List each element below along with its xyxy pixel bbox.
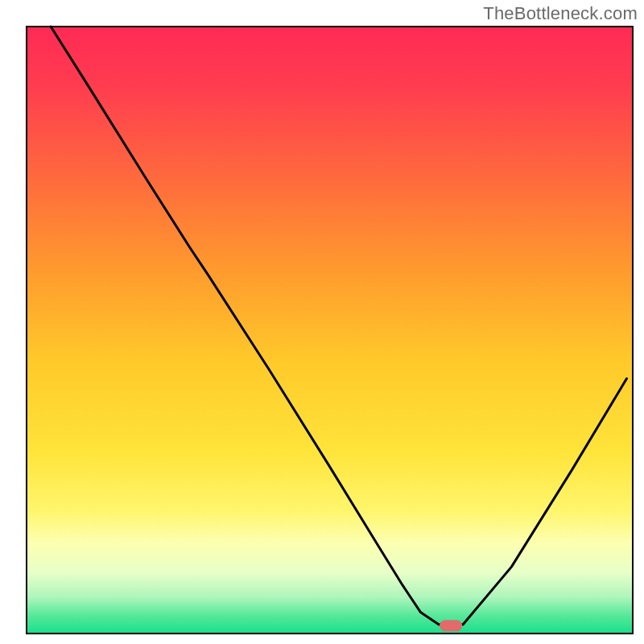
- plot-background: [27, 27, 633, 634]
- chart-container: TheBottleneck.com: [0, 0, 644, 644]
- highlight-marker: [440, 620, 462, 631]
- watermark-text: TheBottleneck.com: [483, 3, 638, 24]
- bottleneck-chart: [0, 0, 644, 644]
